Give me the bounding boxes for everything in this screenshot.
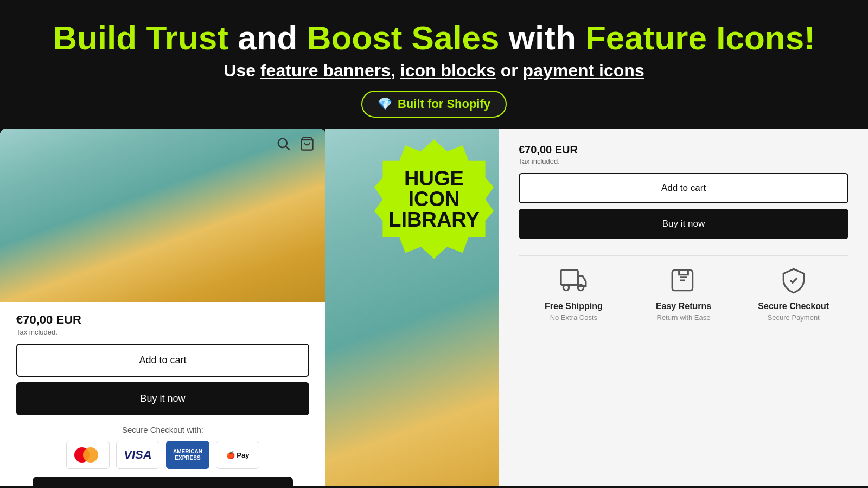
shopify-badge-label: Built for Shopify	[398, 97, 490, 111]
shield-feature-icon	[780, 267, 807, 294]
left-product-info: €70,00 EUR Tax included. Add to cart Buy…	[0, 302, 326, 486]
left-add-to-cart-button[interactable]: Add to cart	[16, 344, 309, 377]
left-price: €70,00 EUR	[16, 313, 309, 327]
easy-returns-sub: Return with Ease	[629, 313, 739, 322]
sub-headline: Use feature banners, icon blocks or paym…	[11, 61, 857, 81]
payment-icons-row: VISA AMERICANEXPRESS 🍎 Pay	[16, 441, 309, 469]
secure-checkout-sub: Secure Payment	[738, 313, 848, 322]
applepay-badge: 🍎 Pay	[216, 441, 259, 469]
svg-point-8	[578, 285, 584, 291]
starburst-text: HUGE ICON LIBRARY	[388, 168, 479, 230]
feature-secure-checkout: Secure Checkout Secure Payment	[738, 267, 848, 322]
feature-icons-row: Free Shipping No Extra Costs Easy Return…	[519, 255, 848, 322]
mc-circle-right	[83, 447, 98, 463]
headline-white1: and	[228, 19, 307, 56]
search-icon[interactable]	[276, 136, 291, 151]
header: Build Trust and Boost Sales with Feature…	[0, 0, 868, 129]
left-buy-now-button[interactable]: Buy it now	[16, 382, 309, 415]
icon-blocks-link[interactable]: icon blocks	[400, 61, 496, 80]
svg-point-7	[564, 285, 569, 291]
svg-point-0	[278, 139, 287, 147]
huge-icon-badge: HUGE ICON LIBRARY	[374, 139, 499, 264]
payment-icons-link[interactable]: payment icons	[523, 61, 644, 80]
headline-green3: Feature Icons!	[585, 19, 815, 56]
shopify-badge[interactable]: 💎 Built for Shopify	[361, 91, 507, 118]
starburst-shape: HUGE ICON LIBRARY	[374, 139, 494, 259]
right-tax-note: Tax included.	[519, 157, 848, 165]
free-shipping-sub: No Extra Costs	[519, 313, 629, 322]
feature-free-shipping: Free Shipping No Extra Costs	[519, 267, 629, 322]
svg-line-1	[286, 146, 289, 150]
right-panel: €70,00 EUR Tax included. Add to cart Buy…	[326, 129, 868, 486]
headline-green1: Build Trust	[53, 19, 228, 56]
feature-easy-returns: Easy Returns Return with Ease	[629, 267, 739, 322]
main-headline: Build Trust and Boost Sales with Feature…	[11, 20, 857, 56]
headline-green2: Boost Sales	[307, 19, 500, 56]
main-content: €70,00 EUR Tax included. Add to cart Buy…	[0, 129, 868, 486]
free-shipping-title: Free Shipping	[519, 301, 629, 311]
right-product-card: €70,00 EUR Tax included. Add to cart Buy…	[499, 129, 868, 486]
right-add-to-cart-button[interactable]: Add to cart	[519, 173, 848, 203]
amex-badge: AMERICANEXPRESS	[166, 441, 209, 469]
visa-text: VISA	[124, 448, 151, 462]
amex-text: AMERICANEXPRESS	[170, 446, 206, 464]
secure-checkout-title: Secure Checkout	[738, 301, 848, 311]
nav-bar	[276, 136, 315, 151]
cart-icon[interactable]	[299, 136, 315, 151]
left-product-image	[0, 129, 326, 302]
shipping-banner: Fast and Free Shipping! Order now to get…	[33, 477, 293, 486]
applepay-text: 🍎 Pay	[226, 451, 250, 459]
svg-rect-6	[561, 270, 578, 285]
return-feature-icon	[670, 267, 697, 294]
shopify-badge-icon: 💎	[378, 97, 392, 111]
truck-icon	[43, 485, 65, 486]
left-product-panel: €70,00 EUR Tax included. Add to cart Buy…	[0, 129, 326, 486]
truck-feature-icon	[560, 267, 587, 294]
mastercard-badge	[66, 441, 110, 469]
right-price: €70,00 EUR	[519, 144, 848, 156]
right-buy-now-button[interactable]: Buy it now	[519, 209, 848, 239]
visa-badge: VISA	[116, 441, 159, 469]
easy-returns-title: Easy Returns	[629, 301, 739, 311]
left-tax-note: Tax included.	[16, 328, 309, 336]
secure-checkout-label: Secure Checkout with:	[16, 425, 309, 434]
feature-banners-link[interactable]: feature banners	[260, 61, 391, 80]
headline-white2: with	[500, 19, 585, 56]
